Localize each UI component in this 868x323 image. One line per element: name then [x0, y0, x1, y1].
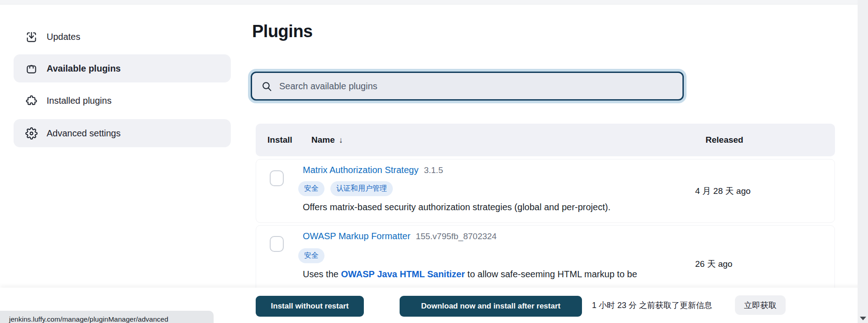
download-icon — [25, 31, 38, 43]
scroll-down-arrow-icon[interactable] — [860, 317, 866, 320]
search-input[interactable] — [279, 81, 682, 92]
plugin-version: 3.1.5 — [424, 165, 443, 175]
sidebar-item-advanced-settings[interactable]: Advanced settings — [14, 119, 231, 147]
owasp-sanitizer-link[interactable]: OWASP Java HTML Sanitizer — [341, 269, 465, 279]
table-header-row: Install Name ↓ Released — [256, 124, 835, 156]
plugin-name-line: Matrix Authorization Strategy 3.1.5 — [303, 165, 443, 175]
install-checkbox[interactable] — [270, 170, 284, 186]
download-install-after-restart-button[interactable]: Download now and install after restart — [400, 296, 582, 317]
released-value: 26 天 ago — [695, 258, 732, 270]
column-header-released: Released — [706, 124, 743, 156]
plugin-name-line: OWASP Markup Formatter 155.v795fb_870232… — [303, 231, 496, 241]
description-text: Uses the — [303, 269, 341, 279]
table-row: Matrix Authorization Strategy 3.1.5 安全 认… — [256, 159, 835, 223]
plugin-description: Offers matrix-based security authorizati… — [303, 202, 610, 212]
sidebar-item-available-plugins[interactable]: Available plugins — [14, 54, 231, 82]
sidebar-item-label: Available plugins — [47, 63, 121, 74]
tag-pill[interactable]: 安全 — [298, 181, 324, 196]
sort-descending-icon: ↓ — [339, 135, 343, 145]
sidebar-item-label: Updates — [47, 32, 81, 42]
jenkins-plugin-manager: Updates Available plugins Installed plug… — [0, 0, 868, 323]
puzzle-icon — [25, 95, 38, 107]
tag-pill[interactable]: 认证和用户管理 — [330, 181, 393, 196]
gear-icon — [25, 127, 38, 140]
column-header-name[interactable]: Name ↓ — [311, 124, 343, 156]
plugin-name-link[interactable]: OWASP Markup Formatter — [303, 231, 410, 241]
sidebar-item-label: Installed plugins — [47, 96, 111, 106]
install-checkbox[interactable] — [270, 236, 284, 252]
link-url-statusbar: jenkins.luffy.com/manage/pluginManager/a… — [0, 311, 214, 323]
sidebar-item-label: Advanced settings — [47, 128, 120, 139]
released-value: 4 月 28 天 ago — [695, 159, 751, 222]
search-icon — [261, 81, 272, 92]
page-title: Plugins — [252, 22, 313, 41]
search-box — [251, 72, 684, 101]
plugin-tags: 安全 认证和用户管理 — [298, 181, 393, 196]
top-strip — [0, 0, 868, 5]
update-info-status: 1 小时 23 分 之前获取了更新信息 — [592, 288, 712, 323]
install-without-restart-button[interactable]: Install without restart — [256, 296, 364, 317]
plugin-name-link[interactable]: Matrix Authorization Strategy — [303, 165, 419, 175]
plugin-tags: 安全 — [298, 248, 324, 263]
bag-icon — [25, 63, 38, 75]
plugin-version: 155.v795fb_8702324 — [416, 231, 497, 241]
vertical-scrollbar[interactable] — [858, 0, 868, 323]
search-focus-ring — [248, 69, 687, 103]
tag-pill[interactable]: 安全 — [298, 248, 324, 263]
description-text: to allow safe-seeming HTML markup to be — [465, 269, 637, 279]
column-header-install: Install — [267, 124, 292, 156]
sidebar-item-installed-plugins[interactable]: Installed plugins — [14, 87, 231, 114]
check-now-button[interactable]: 立即获取 — [735, 295, 786, 315]
sidebar-item-updates[interactable]: Updates — [14, 23, 231, 50]
plugin-description: Uses the OWASP Java HTML Sanitizer to al… — [303, 269, 637, 280]
